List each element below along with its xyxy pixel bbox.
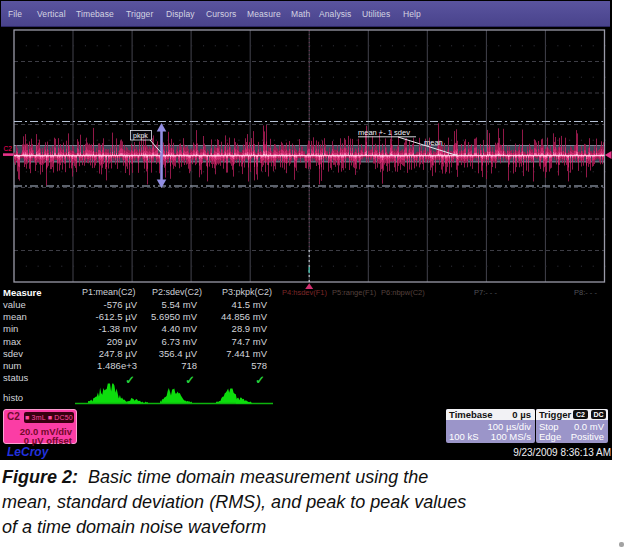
svg-text:mean: mean bbox=[424, 138, 443, 147]
svg-text:pkpk: pkpk bbox=[133, 132, 148, 140]
svg-text:mean +- 1 sdev: mean +- 1 sdev bbox=[358, 128, 410, 137]
svg-text:C2: C2 bbox=[4, 145, 13, 152]
